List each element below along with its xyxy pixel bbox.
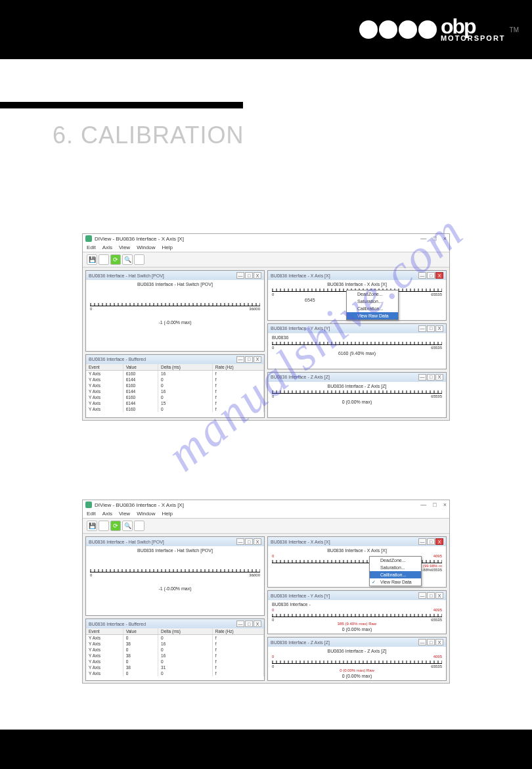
- panel-maximize-icon[interactable]: □: [427, 325, 435, 332]
- panel-maximize-icon[interactable]: □: [245, 356, 253, 363]
- panel-maximize-icon[interactable]: □: [427, 639, 435, 645]
- axis-ruler: [272, 341, 442, 345]
- table-cell: 0: [158, 635, 213, 641]
- table-cell: 0: [123, 670, 158, 676]
- panel-minimize-icon[interactable]: —: [236, 272, 244, 279]
- panel-minimize-icon[interactable]: —: [418, 325, 426, 332]
- toolbar-button[interactable]: [134, 521, 144, 531]
- panel-minimize-icon[interactable]: —: [418, 592, 426, 599]
- axis-status: -1 (-0.00% max): [90, 320, 260, 325]
- panel-y-axis: BU0836 Interface - Y Axis [Y] — □ X BU08…: [267, 323, 447, 369]
- panel-close-icon[interactable]: X: [254, 620, 261, 627]
- menu-edit[interactable]: Edit: [87, 245, 96, 250]
- brand-subtitle: MOTORSPORT: [441, 35, 506, 42]
- menu-view[interactable]: View: [119, 245, 130, 250]
- panel-maximize-icon[interactable]: □: [427, 592, 435, 599]
- save-icon[interactable]: 💾: [87, 254, 97, 265]
- axis-status: -1 (-0.00% max): [90, 586, 260, 591]
- panel-close-icon[interactable]: X: [254, 356, 261, 363]
- menu-item-deadzone[interactable]: DeadZone...: [370, 557, 421, 564]
- logo-circle-icon: [418, 20, 437, 39]
- toolbar: 💾 ⟳ 🔍: [83, 519, 449, 534]
- panel-maximize-icon[interactable]: □: [427, 374, 435, 381]
- panel-close-icon[interactable]: X: [435, 272, 443, 279]
- table-cell: 6160: [123, 406, 158, 412]
- axis-ruler: [272, 390, 442, 394]
- menu-help[interactable]: Help: [162, 245, 173, 250]
- table-cell: f: [212, 653, 263, 659]
- panel-maximize-icon[interactable]: □: [427, 538, 435, 545]
- axis-min: 0: [272, 664, 274, 668]
- panel-maximize-icon[interactable]: □: [245, 538, 253, 545]
- axis-max: 36000: [249, 307, 260, 311]
- minimize-button[interactable]: —: [420, 501, 426, 508]
- panel-close-icon[interactable]: X: [254, 538, 261, 545]
- menu-item-view-raw-data[interactable]: View Raw Data: [347, 312, 398, 319]
- axis-ruler: [90, 302, 260, 306]
- table-cell: f: [212, 406, 263, 412]
- panel-close-icon[interactable]: X: [435, 639, 443, 645]
- panel-close-icon[interactable]: X: [254, 272, 261, 279]
- toolbar-button[interactable]: [99, 254, 109, 265]
- toolbar: 💾 ⟳ 🔍: [83, 252, 449, 268]
- menu-window[interactable]: Window: [137, 245, 155, 250]
- panel-hat-switch: BU0836 Interface - Hat Switch [POV] — □ …: [85, 270, 265, 352]
- table-cell: Y Axis: [86, 406, 123, 412]
- context-menu[interactable]: DeadZone... Saturation... Calibration...…: [346, 290, 399, 320]
- menu-item-view-raw-data[interactable]: ✓View Raw Data: [370, 578, 421, 586]
- panel-maximize-icon[interactable]: □: [245, 272, 253, 279]
- refresh-icon[interactable]: ⟳: [110, 254, 121, 265]
- toolbar-button[interactable]: [134, 254, 144, 265]
- menu-help[interactable]: Help: [162, 511, 173, 517]
- menu-item-calibration[interactable]: Calibration...: [347, 305, 398, 312]
- table-cell: 6160: [123, 370, 158, 377]
- menu-item-saturation[interactable]: Saturation...: [347, 298, 398, 305]
- table-cell: Y Axis: [86, 635, 123, 641]
- panel-minimize-icon[interactable]: —: [418, 639, 426, 645]
- table-cell: 0: [158, 406, 213, 412]
- refresh-icon[interactable]: ⟳: [110, 521, 121, 531]
- page-footer: [0, 730, 532, 769]
- context-menu[interactable]: DeadZone... Saturation... Calibration...…: [369, 556, 422, 586]
- menu-window[interactable]: Window: [137, 511, 155, 517]
- menu-axis[interactable]: Axis: [102, 511, 112, 517]
- panel-minimize-icon[interactable]: —: [236, 356, 244, 363]
- panel-minimize-icon[interactable]: —: [418, 374, 426, 381]
- close-button[interactable]: ×: [443, 501, 447, 508]
- maximize-button[interactable]: □: [433, 235, 436, 242]
- menu-edit[interactable]: Edit: [87, 511, 96, 517]
- save-icon[interactable]: 💾: [87, 521, 97, 531]
- panel-close-icon[interactable]: X: [435, 374, 443, 381]
- panel-minimize-icon[interactable]: —: [236, 620, 244, 627]
- menu-view[interactable]: View: [119, 511, 130, 517]
- table-cell: Y Axis: [86, 388, 123, 394]
- panel-title: BU0836 Interface - X Axis [X]: [271, 540, 330, 544]
- minimize-button[interactable]: —: [420, 235, 426, 242]
- panel-maximize-icon[interactable]: □: [427, 272, 435, 279]
- divider-bar: [0, 102, 243, 108]
- panel-close-icon[interactable]: X: [435, 592, 443, 599]
- close-button[interactable]: ×: [443, 235, 447, 242]
- menu-item-deadzone[interactable]: DeadZone...: [347, 291, 398, 298]
- table-row: Y Axis614416f: [86, 388, 264, 394]
- panel-maximize-icon[interactable]: □: [245, 620, 253, 627]
- panel-close-icon[interactable]: X: [435, 538, 443, 545]
- table-cell: f: [212, 394, 263, 400]
- search-icon[interactable]: 🔍: [122, 521, 133, 531]
- menu-item-saturation[interactable]: Saturation...: [370, 564, 421, 571]
- menu-item-calibration[interactable]: Calibration...: [370, 571, 421, 578]
- maximize-button[interactable]: □: [433, 501, 436, 508]
- panel-title: BU0836 Interface - X Axis [X]: [271, 273, 330, 278]
- panel-minimize-icon[interactable]: —: [418, 538, 426, 545]
- menu-axis[interactable]: Axis: [102, 245, 112, 250]
- panel-minimize-icon[interactable]: —: [236, 538, 244, 545]
- table-cell: 16: [158, 653, 213, 659]
- axis-status: 0 (0.00% max): [272, 400, 442, 404]
- panel-minimize-icon[interactable]: —: [418, 272, 426, 279]
- toolbar-button[interactable]: [99, 521, 109, 531]
- table-row: Y Axis00f: [86, 659, 264, 664]
- table-cell: f: [212, 383, 263, 388]
- panel-close-icon[interactable]: X: [435, 325, 443, 332]
- search-icon[interactable]: 🔍: [122, 254, 133, 265]
- table-cell: f: [212, 664, 263, 670]
